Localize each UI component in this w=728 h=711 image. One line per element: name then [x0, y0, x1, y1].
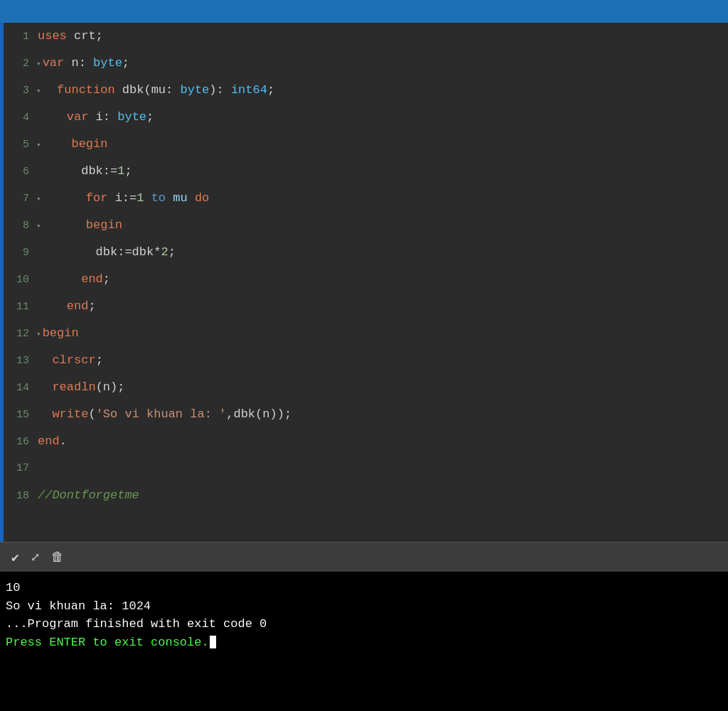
- checkmark-icon[interactable]: ✔: [11, 550, 19, 565]
- line-number: 16: [4, 429, 38, 456]
- line-number: 3: [4, 77, 38, 105]
- code-line: 18 //Dontforgetme: [4, 482, 728, 509]
- code-content: var n: byte;: [43, 50, 129, 77]
- code-line: 11 end;: [4, 293, 728, 320]
- line-number: 10: [4, 267, 38, 294]
- code-content: readln(n);: [38, 374, 124, 401]
- console-output: 10So vi khuan la: 1024...Program finishe…: [0, 572, 728, 711]
- fold-arrow[interactable]: ▾: [36, 321, 41, 348]
- fold-arrow[interactable]: ▾: [36, 50, 41, 77]
- line-number: 18: [4, 483, 38, 510]
- code-content: write('So vi khuan la: ',dbk(n));: [38, 401, 291, 428]
- fold-arrow[interactable]: ▾: [36, 77, 41, 105]
- code-line: 13 clrscr;: [4, 347, 728, 374]
- cursor: [210, 636, 216, 648]
- code-line: 5▾ begin: [4, 131, 728, 158]
- code-content: begin: [43, 212, 122, 239]
- line-number: 17: [4, 455, 38, 482]
- line-number: 8: [4, 213, 38, 240]
- code-line: 16 end.: [4, 428, 728, 455]
- code-content: uses crt;: [38, 23, 103, 50]
- console-line: So vi khuan la: 1024: [6, 597, 722, 616]
- line-number: 7: [4, 186, 38, 213]
- line-number: 4: [4, 105, 38, 132]
- code-line: 2▾var n: byte;: [4, 50, 728, 77]
- code-line: 7▾ for i:=1 to mu do: [4, 185, 728, 212]
- code-content: begin: [43, 320, 79, 347]
- code-content: end.: [38, 428, 67, 455]
- line-number: 12: [4, 321, 38, 348]
- code-line: 9 dbk:=dbk*2;: [4, 239, 728, 266]
- line-number: 5: [4, 132, 38, 159]
- line-number: 2: [4, 50, 38, 77]
- code-content: clrscr;: [38, 347, 103, 374]
- fold-arrow[interactable]: ▾: [36, 132, 41, 159]
- line-number: 1: [4, 23, 38, 50]
- expand-icon[interactable]: ⤢: [31, 550, 40, 565]
- code-content: dbk:=1;: [38, 158, 132, 185]
- title-bar: [0, 0, 728, 23]
- line-number: 14: [4, 375, 38, 402]
- line-number: 9: [4, 240, 38, 267]
- line-number: 13: [4, 348, 38, 375]
- code-line: 15 write('So vi khuan la: ',dbk(n));: [4, 401, 728, 428]
- console-line: 10: [6, 579, 722, 597]
- code-line: 4 var i: byte;: [4, 104, 728, 131]
- line-number: 15: [4, 402, 38, 429]
- code-line: 6 dbk:=1;: [4, 158, 728, 185]
- code-line: 1 uses crt;: [4, 23, 728, 50]
- code-line: 3▾ function dbk(mu: byte): int64;: [4, 77, 728, 104]
- code-content: dbk:=dbk*2;: [38, 239, 176, 266]
- toolbar: ✔ ⤢ 🗑: [0, 542, 728, 572]
- code-lines: 1 uses crt;2▾var n: byte;3▾ function dbk…: [0, 23, 728, 509]
- code-content: function dbk(mu: byte): int64;: [43, 77, 275, 104]
- line-number: 11: [4, 294, 38, 321]
- code-line: 8▾ begin: [4, 212, 728, 239]
- code-line: 10 end;: [4, 266, 728, 293]
- console-line: Press ENTER to exit console.: [6, 634, 722, 652]
- code-content: for i:=1 to mu do: [43, 185, 210, 212]
- trash-icon[interactable]: 🗑: [51, 550, 64, 565]
- code-line: 14 readln(n);: [4, 374, 728, 401]
- code-content: var i: byte;: [38, 104, 154, 131]
- left-accent-bar: [0, 23, 4, 542]
- code-content: end;: [38, 293, 96, 320]
- code-content: end;: [38, 266, 110, 293]
- fold-arrow[interactable]: ▾: [36, 186, 41, 213]
- code-editor[interactable]: 1 uses crt;2▾var n: byte;3▾ function dbk…: [0, 23, 728, 542]
- code-content: begin: [43, 131, 108, 158]
- console-line: ...Program finished with exit code 0: [6, 615, 722, 634]
- code-line: 17: [4, 455, 728, 482]
- line-number: 6: [4, 159, 38, 186]
- code-line: 12▾begin: [4, 320, 728, 347]
- code-content: //Dontforgetme: [38, 482, 139, 509]
- fold-arrow[interactable]: ▾: [36, 213, 41, 240]
